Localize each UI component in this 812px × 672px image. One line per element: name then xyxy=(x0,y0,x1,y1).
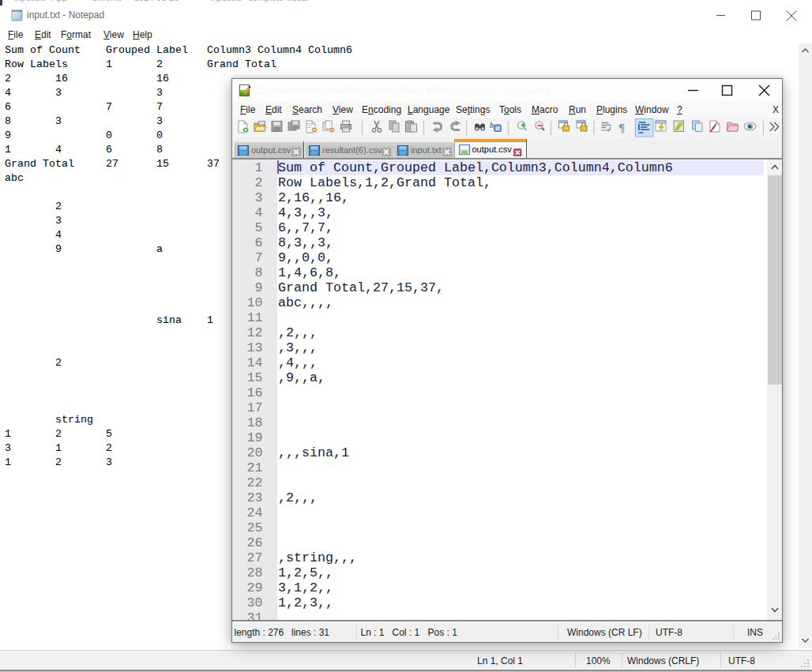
svg-text:¶: ¶ xyxy=(618,122,625,134)
svg-text:a: a xyxy=(496,123,500,132)
svg-text:b: b xyxy=(490,121,494,130)
